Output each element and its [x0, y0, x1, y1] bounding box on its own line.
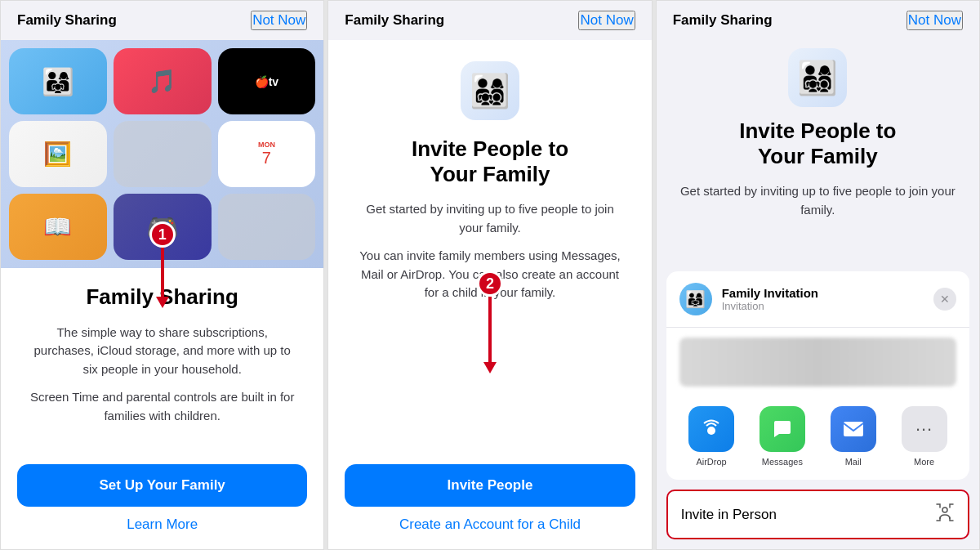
screen2-header: Family Sharing Not Now — [328, 1, 651, 40]
annotation1-arrowhead — [156, 297, 169, 308]
share-sheet: 👨‍👩‍👧 Family Invitation Invitation ✕ — [666, 271, 969, 480]
music-app-icon: 🎵 — [114, 48, 212, 114]
share-sheet-sub: Invitation — [722, 300, 924, 312]
mail-label: Mail — [845, 457, 862, 467]
airdrop-icon — [688, 406, 734, 452]
svg-point-0 — [707, 427, 715, 435]
more-label: More — [914, 457, 934, 467]
family-large-icon: 👨‍👩‍👧‍👦 — [461, 61, 519, 120]
photos-app-icon: 🖼️ — [9, 121, 107, 187]
share-sheet-title: Family Invitation — [722, 286, 924, 300]
books-app-icon: 📖 — [9, 194, 107, 260]
family-app-icon: 👨‍👩‍👧 — [9, 48, 107, 114]
screen3-header: Family Sharing Not Now — [657, 1, 979, 40]
setup-family-button[interactable]: Set Up Your Family — [17, 464, 307, 507]
mail-share-option[interactable]: Mail — [831, 406, 876, 467]
annotation2: 2 — [477, 271, 503, 373]
annotation2-shaft — [488, 297, 492, 362]
share-preview-blur — [679, 338, 956, 387]
screen2-footer: Invite People Create an Account for a Ch… — [328, 451, 651, 549]
screen3-desc1: Get started by inviting up to five peopl… — [673, 182, 963, 219]
placeholder-icon2 — [218, 194, 316, 260]
screen3-title: Invite People toYour Family — [673, 118, 963, 169]
airdrop-share-option[interactable]: AirDrop — [688, 406, 734, 467]
person-scan-icon — [935, 503, 955, 526]
screen3-body: 👨‍👩‍👧‍👦 Invite People toYour Family Get … — [657, 40, 979, 271]
share-close-button[interactable]: ✕ — [933, 288, 956, 311]
invite-people-button[interactable]: Invite People — [345, 464, 635, 507]
screen1-desc1: The simple way to share subscriptions, p… — [25, 324, 299, 379]
app-container: Family Sharing Not Now 👨‍👩‍👧 🎵 🍎tv 🖼️ MO… — [0, 0, 980, 550]
airdrop-label: AirDrop — [696, 457, 726, 467]
invite-person-label: Invite in Person — [681, 507, 777, 523]
screen1: Family Sharing Not Now 👨‍👩‍👧 🎵 🍎tv 🖼️ MO… — [0, 0, 324, 550]
screen2-body: 👨‍👩‍👧‍👦 Invite People toYour Family Get … — [328, 40, 651, 451]
more-share-option[interactable]: ··· More — [902, 406, 947, 467]
more-icon: ··· — [902, 406, 947, 452]
annotation2-number: 2 — [477, 271, 503, 297]
svg-point-2 — [942, 508, 947, 512]
invite-in-person-button[interactable]: Invite in Person — [666, 490, 969, 539]
screen2-desc1: Get started by inviting up to five peopl… — [353, 200, 626, 237]
annotation2-arrowhead — [483, 362, 497, 373]
screen2-header-title: Family Sharing — [345, 12, 444, 29]
messages-icon — [760, 406, 805, 452]
screen3-not-now-button[interactable]: Not Now — [906, 11, 963, 30]
screen1-header-title: Family Sharing — [17, 12, 117, 29]
annotation1-number: 1 — [149, 221, 176, 248]
screen2-title: Invite People toYour Family — [412, 136, 568, 187]
share-apps-row: AirDrop Messages — [666, 396, 969, 480]
share-header-text: Family Invitation Invitation — [722, 286, 924, 312]
messages-label: Messages — [762, 457, 803, 467]
screen2-not-now-button[interactable]: Not Now — [578, 11, 635, 30]
share-sheet-header: 👨‍👩‍👧 Family Invitation Invitation ✕ — [666, 271, 969, 328]
screen3-family-icon: 👨‍👩‍👧‍👦 — [788, 48, 847, 107]
screen1-footer: Set Up Your Family Learn More — [1, 451, 323, 549]
screen2: Family Sharing Not Now 👨‍👩‍👧‍👦 Invite Pe… — [327, 0, 652, 550]
share-family-icon: 👨‍👩‍👧 — [679, 283, 712, 315]
svg-rect-1 — [844, 422, 863, 436]
screen1-desc2: Screen Time and parental controls are bu… — [25, 388, 299, 425]
screen3: Family Sharing Not Now 👨‍👩‍👧‍👦 Invite Pe… — [656, 0, 980, 550]
placeholder-icon1 — [114, 121, 212, 187]
messages-share-option[interactable]: Messages — [760, 406, 805, 467]
mail-icon — [831, 406, 876, 452]
calendar-app-icon: MON 7 — [218, 121, 316, 187]
annotation1: 1 — [149, 221, 176, 308]
screen1-header: Family Sharing Not Now — [1, 1, 323, 40]
annotation1-shaft — [161, 248, 164, 297]
learn-more-button[interactable]: Learn More — [127, 516, 198, 533]
tv-app-icon: 🍎tv — [218, 48, 316, 114]
screen1-not-now-button[interactable]: Not Now — [251, 11, 307, 30]
screen3-header-title: Family Sharing — [673, 12, 773, 29]
create-child-account-button[interactable]: Create an Account for a Child — [399, 516, 581, 533]
